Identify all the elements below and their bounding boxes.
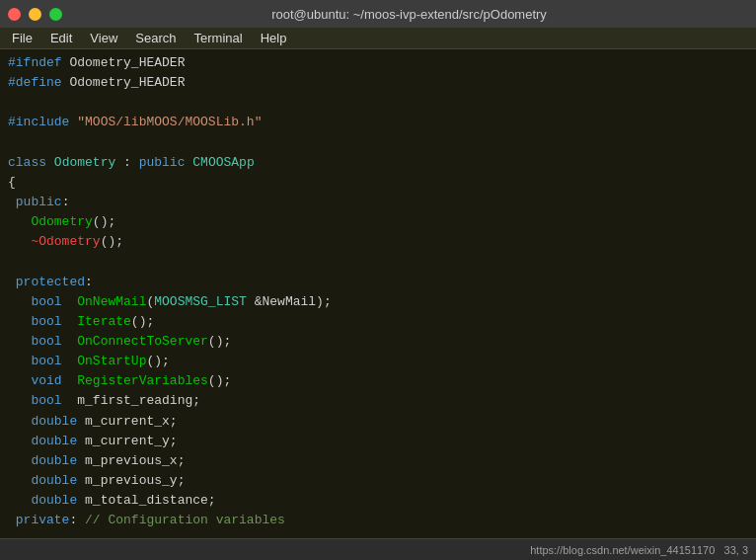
title-bar: root@ubuntu: ~/moos-ivp-extend/src/pOdom… — [0, 0, 756, 28]
menu-bar: File Edit View Search Terminal Help — [0, 28, 756, 49]
code-editor: #ifndef Odometry_HEADER #define Odometry… — [0, 49, 756, 538]
menu-search[interactable]: Search — [127, 29, 184, 47]
maximize-button[interactable] — [49, 8, 62, 21]
status-url: https://blog.csdn.net/weixin_44151170 — [530, 544, 715, 556]
menu-view[interactable]: View — [82, 29, 125, 47]
window-title: root@ubuntu: ~/moos-ivp-extend/src/pOdom… — [70, 7, 748, 22]
status-position: 33, 3 — [724, 544, 748, 556]
menu-edit[interactable]: Edit — [42, 29, 80, 47]
minimize-button[interactable] — [29, 8, 41, 21]
menu-terminal[interactable]: Terminal — [187, 29, 251, 47]
menu-file[interactable]: File — [4, 29, 40, 47]
menu-help[interactable]: Help — [253, 29, 295, 47]
code-content: #ifndef Odometry_HEADER #define Odometry… — [0, 53, 756, 538]
close-button[interactable] — [8, 8, 21, 21]
status-bar: https://blog.csdn.net/weixin_44151170 33… — [0, 538, 756, 560]
